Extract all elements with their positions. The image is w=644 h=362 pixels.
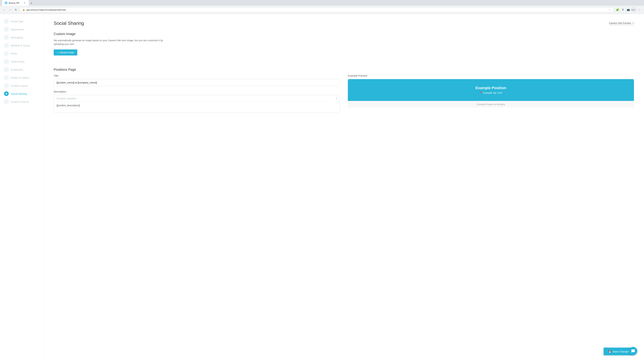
sidebar-label-employees: Employees <box>11 68 23 71</box>
preview-card: Example Position 📍 Example city, USA Exa… <box>348 79 634 108</box>
preview-link-label: Careers Site Preview <box>609 22 631 24</box>
lock-icon: 🔒 <box>22 8 25 11</box>
svg-point-10 <box>6 101 7 103</box>
back-button[interactable]: ← <box>2 7 7 12</box>
preview-position-title: Example Position <box>352 86 630 90</box>
employees-icon <box>4 67 9 72</box>
page-header: Social Sharing Careers Site Preview ↗ <box>54 21 634 26</box>
location-icon: 📍 <box>480 91 482 94</box>
sidebar-item-perks[interactable]: Perks <box>0 49 44 57</box>
address-bar[interactable]: 🔒 app.breezy.hr/app/c/moodjoy/portal/met… <box>20 7 614 12</box>
sidebar-label-perks: Perks <box>11 52 17 55</box>
messaging-icon <box>4 35 9 40</box>
portal-type-icon <box>4 19 9 24</box>
title-field-group: Title <box>54 74 340 86</box>
custom-css-js-icon <box>4 99 9 104</box>
sidebar-item-photos-videos[interactable]: Photos & Videos <box>0 73 44 82</box>
custom-image-description: We automatically generate an image based… <box>54 38 168 46</box>
sidebar-label-appearance: Appearance <box>11 28 24 31</box>
profile-button[interactable]: Incognito <box>631 7 636 12</box>
description-textarea[interactable]: [[position_description]] <box>54 102 340 112</box>
active-tab[interactable]: B Breezy HR ✕ <box>2 0 29 6</box>
browser-nav-controls: ← → ↻ <box>2 7 18 12</box>
preview-footer-text: Example Position at Moodjoy <box>477 103 505 106</box>
positions-page-title: Positions Page <box>54 68 634 71</box>
careers-site-preview-link[interactable]: Careers Site Preview ↗ <box>609 22 634 25</box>
sidebar-item-messaging[interactable]: Messaging <box>0 33 44 41</box>
sidebar-label-photos-videos: Photos & Videos <box>11 76 29 79</box>
description-field-group: Description Template Variables ▾ [[posit… <box>54 90 340 113</box>
sidebar-label-social-sharing: Social Sharing <box>11 92 27 95</box>
sidebar-item-website-social[interactable]: Website & Social <box>0 41 44 49</box>
svg-point-6 <box>6 69 7 70</box>
upload-icon: + <box>57 51 58 54</box>
sidebar-label-website-social: Website & Social <box>11 44 30 47</box>
browser-action-icons: 🧩 ⬇ 📺 Incognito ⋮ <box>615 7 642 12</box>
save-icon: 💾 <box>608 350 612 353</box>
svg-point-1 <box>6 28 7 30</box>
svg-point-2 <box>6 36 7 38</box>
sidebar-item-employees[interactable]: Employees <box>0 65 44 73</box>
reload-button[interactable]: ↻ <box>14 7 18 12</box>
photos-videos-icon <box>4 75 9 80</box>
page-title: Social Sharing <box>54 21 84 26</box>
tab-favicon: B <box>5 1 8 4</box>
sidebar-label-custom-css-js: Custom CSS/JS <box>11 100 29 103</box>
sidebar-item-content-layout[interactable]: Content Layout <box>0 82 44 90</box>
positions-two-col: Title Description Template Variables ▾ [… <box>54 74 634 113</box>
tab-bar: B Breezy HR ✕ + <box>0 0 644 6</box>
main-content: Social Sharing Careers Site Preview ↗ Cu… <box>44 14 644 360</box>
sidebar-label-portal-type: Portal Type <box>11 20 24 23</box>
forward-button[interactable]: → <box>8 7 12 12</box>
sidebar-item-custom-css-js[interactable]: Custom CSS/JS <box>0 98 44 106</box>
sidebar-item-testimonials[interactable]: Testimonials <box>0 57 44 65</box>
left-column: Title Description Template Variables ▾ [… <box>54 74 340 113</box>
svg-point-9 <box>6 93 7 94</box>
save-button-label: Save Changes <box>613 350 629 353</box>
testimonials-icon <box>4 59 9 64</box>
bookmark-icon[interactable]: ☆ <box>609 8 611 11</box>
title-input[interactable] <box>54 79 340 86</box>
section-divider <box>54 61 634 62</box>
url-text: app.breezy.hr/app/c/moodjoy/portal/meta <box>26 8 608 11</box>
cast-button[interactable]: 📺 <box>626 7 630 12</box>
svg-point-3 <box>6 44 7 46</box>
browser-toolbar: ← → ↻ 🔒 app.breezy.hr/app/c/moodjoy/port… <box>0 6 644 14</box>
svg-point-5 <box>6 61 7 62</box>
extensions-button[interactable]: 🧩 <box>615 7 620 12</box>
chat-button[interactable] <box>629 347 637 355</box>
website-social-icon <box>4 43 9 48</box>
svg-point-4 <box>6 53 7 54</box>
custom-image-title: Custom Image <box>54 32 634 36</box>
appearance-icon <box>4 27 9 32</box>
tab-title: Breezy HR <box>9 2 19 4</box>
description-field-label: Description <box>54 90 340 93</box>
external-link-icon: ↗ <box>632 22 634 24</box>
tab-close-button[interactable]: ✕ <box>23 1 26 4</box>
sidebar: Portal Type Appearance Messaging Website… <box>0 14 44 360</box>
title-field-label: Title <box>54 74 340 77</box>
upload-image-button[interactable]: + Upload Image <box>54 49 77 55</box>
svg-point-7 <box>6 77 7 78</box>
social-sharing-icon <box>4 91 9 96</box>
sidebar-item-appearance[interactable]: Appearance <box>0 25 44 33</box>
template-vars-label: Template Variables <box>56 97 76 100</box>
sidebar-label-messaging: Messaging <box>11 36 23 39</box>
chevron-down-icon[interactable]: ▾ <box>336 97 337 100</box>
app-layout: Portal Type Appearance Messaging Website… <box>0 14 644 360</box>
menu-button[interactable]: ⋮ <box>637 7 642 12</box>
content-layout-icon <box>4 83 9 88</box>
perks-icon <box>4 51 9 56</box>
svg-point-0 <box>6 20 7 22</box>
new-tab-button[interactable]: + <box>29 1 34 6</box>
custom-image-section: Custom Image We automatically generate a… <box>54 32 634 55</box>
chat-icon <box>631 349 635 353</box>
preview-location: 📍 Example city, USA <box>352 91 630 94</box>
positions-page-section: Positions Page Title Description Temp <box>54 68 634 113</box>
download-button[interactable]: ⬇ <box>620 7 625 12</box>
preview-card-footer: Example Position at Moodjoy <box>348 101 634 108</box>
description-input-wrapper: Template Variables ▾ [[position_descript… <box>54 95 340 113</box>
sidebar-item-social-sharing[interactable]: Social Sharing <box>0 90 44 98</box>
right-column: Example Preview Example Position 📍 Examp… <box>348 74 634 113</box>
sidebar-item-portal-type[interactable]: Portal Type <box>0 17 44 25</box>
